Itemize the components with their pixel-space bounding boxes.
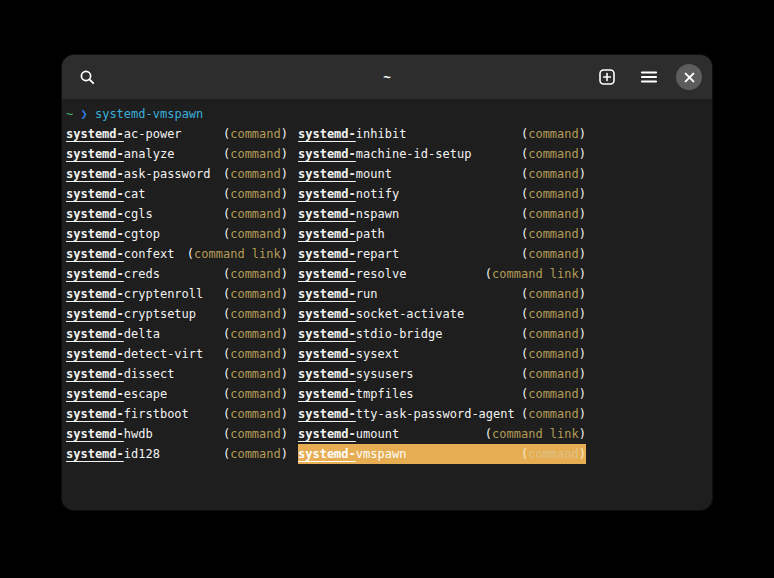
completion-description: (command) xyxy=(223,324,288,344)
completion-item-systemd-tmpfiles[interactable]: systemd-tmpfiles (command) xyxy=(298,384,586,404)
completion-name-prefix: systemd- xyxy=(298,127,356,141)
completion-description: (command link) xyxy=(187,244,288,264)
completion-name: systemd-path xyxy=(298,224,385,244)
completion-name-suffix: repart xyxy=(356,247,399,261)
prompt-space xyxy=(88,107,95,121)
completion-item-systemd-resolve[interactable]: systemd-resolve (command link) xyxy=(298,264,586,284)
completion-description: (command) xyxy=(521,164,586,184)
completion-description: (command) xyxy=(521,324,586,344)
completion-description-text: command xyxy=(230,447,281,461)
completion-description-text: command xyxy=(528,147,579,161)
completion-item-systemd-escape[interactable]: systemd-escape (command) xyxy=(66,384,288,404)
paren-close: ) xyxy=(281,167,288,181)
completion-description: (command) xyxy=(223,124,288,144)
close-icon xyxy=(684,72,695,83)
completion-item-systemd-ac-power[interactable]: systemd-ac-power (command) xyxy=(66,124,288,144)
completion-name-prefix: systemd- xyxy=(298,167,356,181)
completion-item-systemd-cryptsetup[interactable]: systemd-cryptsetup (command) xyxy=(66,304,288,324)
search-button[interactable] xyxy=(72,62,102,92)
completion-description-text: command xyxy=(528,247,579,261)
close-button[interactable] xyxy=(676,64,702,90)
completion-item-systemd-confext[interactable]: systemd-confext (command link) xyxy=(66,244,288,264)
completion-name: systemd-firstboot xyxy=(66,404,189,424)
paren-close: ) xyxy=(579,147,586,161)
completion-item-systemd-ask-password[interactable]: systemd-ask-password (command) xyxy=(66,164,288,184)
menu-button[interactable] xyxy=(634,62,664,92)
completion-description-text: command link xyxy=(194,247,281,261)
completion-name-prefix: systemd- xyxy=(298,207,356,221)
completion-item-systemd-mount[interactable]: systemd-mount (command) xyxy=(298,164,586,184)
completion-item-systemd-hwdb[interactable]: systemd-hwdb (command) xyxy=(66,424,288,444)
completion-name: systemd-tty-ask-password-agent xyxy=(298,404,515,424)
paren-close: ) xyxy=(579,347,586,361)
completion-name: systemd-ask-password xyxy=(66,164,211,184)
completion-name: systemd-ac-power xyxy=(66,124,182,144)
completion-item-systemd-cryptenroll[interactable]: systemd-cryptenroll (command) xyxy=(66,284,288,304)
completion-item-systemd-tty-ask-password-agent[interactable]: systemd-tty-ask-password-agent (command) xyxy=(298,404,586,424)
completion-item-systemd-sysusers[interactable]: systemd-sysusers (command) xyxy=(298,364,586,384)
paren-close: ) xyxy=(579,227,586,241)
completion-item-systemd-notify[interactable]: systemd-notify (command) xyxy=(298,184,586,204)
completion-name-prefix: systemd- xyxy=(66,247,124,261)
completion-name-prefix: systemd- xyxy=(298,407,356,421)
completion-name-suffix: cgls xyxy=(124,207,153,221)
completion-item-systemd-socket-activate[interactable]: systemd-socket-activate (command) xyxy=(298,304,586,324)
completion-name: systemd-mount xyxy=(298,164,392,184)
completion-name-prefix: systemd- xyxy=(298,287,356,301)
completion-item-systemd-machine-id-setup[interactable]: systemd-machine-id-setup (command) xyxy=(298,144,586,164)
completion-name-prefix: systemd- xyxy=(298,427,356,441)
completion-description: (command) xyxy=(223,364,288,384)
completion-description-text: command xyxy=(528,407,579,421)
paren-close: ) xyxy=(281,447,288,461)
paren-open: ( xyxy=(187,247,194,261)
completion-item-systemd-cgls[interactable]: systemd-cgls (command) xyxy=(66,204,288,224)
completion-name: systemd-run xyxy=(298,284,377,304)
header-actions xyxy=(592,62,702,92)
completion-item-systemd-detect-virt[interactable]: systemd-detect-virt (command) xyxy=(66,344,288,364)
completion-item-systemd-id128[interactable]: systemd-id128 (command) xyxy=(66,444,288,464)
completion-name-suffix: id128 xyxy=(124,447,160,461)
completion-item-systemd-inhibit[interactable]: systemd-inhibit (command) xyxy=(298,124,586,144)
completion-description-text: command xyxy=(528,327,579,341)
completion-name: systemd-vmspawn xyxy=(298,444,406,464)
completion-name-prefix: systemd- xyxy=(298,447,356,461)
completion-name-suffix: umount xyxy=(356,427,399,441)
completion-item-systemd-firstboot[interactable]: systemd-firstboot (command) xyxy=(66,404,288,424)
completion-item-systemd-creds[interactable]: systemd-creds (command) xyxy=(66,264,288,284)
completion-description: (command) xyxy=(521,284,586,304)
completion-item-systemd-dissect[interactable]: systemd-dissect (command) xyxy=(66,364,288,384)
completion-item-systemd-nspawn[interactable]: systemd-nspawn (command) xyxy=(298,204,586,224)
completion-description-text: command xyxy=(528,167,579,181)
completion-item-systemd-sysext[interactable]: systemd-sysext (command) xyxy=(298,344,586,364)
completion-item-systemd-delta[interactable]: systemd-delta (command) xyxy=(66,324,288,344)
completion-name-suffix: analyze xyxy=(124,147,175,161)
completion-name-suffix: run xyxy=(356,287,378,301)
completion-description: (command) xyxy=(521,444,586,464)
terminal-content[interactable]: ~ ❯ systemd-vmspawn systemd-ac-power (co… xyxy=(62,99,712,464)
paren-close: ) xyxy=(579,447,586,461)
completion-description: (command link) xyxy=(485,424,586,444)
completion-item-systemd-repart[interactable]: systemd-repart (command) xyxy=(298,244,586,264)
completion-name: systemd-dissect xyxy=(66,364,174,384)
completion-item-systemd-vmspawn[interactable]: systemd-vmspawn (command) xyxy=(298,444,586,464)
completion-item-systemd-analyze[interactable]: systemd-analyze (command) xyxy=(66,144,288,164)
paren-close: ) xyxy=(281,267,288,281)
completion-item-systemd-cgtop[interactable]: systemd-cgtop (command) xyxy=(66,224,288,244)
completion-item-systemd-run[interactable]: systemd-run (command) xyxy=(298,284,586,304)
completion-item-systemd-stdio-bridge[interactable]: systemd-stdio-bridge (command) xyxy=(298,324,586,344)
new-tab-button[interactable] xyxy=(592,62,622,92)
completion-name-prefix: systemd- xyxy=(298,187,356,201)
completion-item-systemd-umount[interactable]: systemd-umount (command link) xyxy=(298,424,586,444)
completion-name-suffix: notify xyxy=(356,187,399,201)
completion-item-systemd-cat[interactable]: systemd-cat (command) xyxy=(66,184,288,204)
completion-description: (command) xyxy=(223,224,288,244)
completion-name-suffix: vmspawn xyxy=(356,447,407,461)
completion-description: (command) xyxy=(223,184,288,204)
completion-description: (command) xyxy=(521,364,586,384)
completion-name: systemd-socket-activate xyxy=(298,304,464,324)
paren-close: ) xyxy=(579,187,586,201)
completion-item-systemd-path[interactable]: systemd-path (command) xyxy=(298,224,586,244)
completion-description-text: command xyxy=(528,227,579,241)
paren-close: ) xyxy=(281,287,288,301)
completion-description: (command link) xyxy=(485,264,586,284)
